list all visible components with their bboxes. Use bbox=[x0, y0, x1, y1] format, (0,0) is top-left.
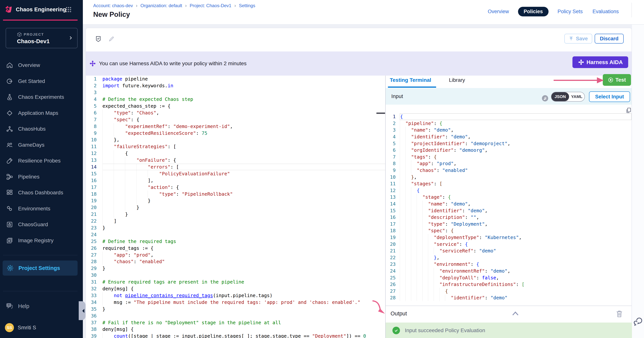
sidebar-item-environments[interactable]: Environments bbox=[0, 201, 83, 217]
input-json-editor[interactable]: 1{2 "pipeline": {3 "name": "demo",4 "ide… bbox=[386, 113, 632, 301]
code-line[interactable]: 35} bbox=[86, 305, 385, 312]
code-line[interactable]: 12 { bbox=[386, 187, 632, 194]
code-line[interactable]: 10 }, bbox=[86, 137, 385, 143]
code-line[interactable]: 30 bbox=[86, 272, 385, 279]
code-line[interactable]: 33 not pipeline_contains_required_tags(i… bbox=[86, 292, 385, 299]
support-chat-icon[interactable] bbox=[633, 316, 643, 326]
code-line[interactable]: 23} bbox=[86, 224, 385, 231]
chevron-up-icon[interactable] bbox=[512, 311, 518, 316]
code-line[interactable]: 23 "environment": { bbox=[386, 261, 632, 268]
code-line[interactable]: 27 { bbox=[386, 288, 632, 294]
select-input-button[interactable]: Select Input bbox=[589, 91, 630, 102]
module-grid-icon[interactable] bbox=[65, 6, 72, 13]
code-line[interactable]: 19 } bbox=[86, 197, 385, 204]
code-line[interactable]: 24 "environmentRef": "demo", bbox=[386, 268, 632, 274]
panel-resize-handle[interactable] bbox=[376, 113, 385, 114]
code-line[interactable]: 19 "deploymentType": "Kubernetes", bbox=[386, 234, 632, 241]
code-line[interactable]: 8 "app": "prod", bbox=[386, 160, 632, 167]
code-line[interactable]: 9 "chaos": "enabled" bbox=[386, 167, 632, 174]
policy-code-editor[interactable]: 1package pipeline2import future.keywords… bbox=[86, 76, 385, 338]
sidebar-item-chaos-dashboards[interactable]: Chaos Dashboards bbox=[0, 185, 83, 201]
code-line[interactable]: 17 "action": { bbox=[86, 184, 385, 191]
code-line[interactable]: 38deny[msg] { bbox=[86, 326, 385, 333]
code-line[interactable]: 4# Define the expected Chaos step bbox=[86, 96, 385, 103]
code-line[interactable]: 11 "failureStrategies": [ bbox=[86, 143, 385, 150]
code-line[interactable]: 20 "service": { bbox=[386, 241, 632, 247]
code-line[interactable]: 21 } bbox=[86, 211, 385, 218]
code-line[interactable]: 2 "pipeline": { bbox=[386, 120, 632, 127]
code-line[interactable]: 21 "serviceRef": "demo" bbox=[386, 247, 632, 254]
trash-icon[interactable] bbox=[616, 310, 623, 318]
code-line[interactable]: 7 "spec": { bbox=[86, 116, 385, 123]
code-line[interactable]: 5 "projectIdentifier": "demoproject", bbox=[386, 140, 632, 147]
code-line[interactable]: 15 "identifier": "demo", bbox=[386, 207, 632, 214]
sidebar-item-chaoshubs[interactable]: ChaosHubs bbox=[0, 121, 83, 137]
sidebar-item-application-maps[interactable]: Application Maps bbox=[0, 105, 83, 121]
code-line[interactable]: 5expected_chaos_step := { bbox=[86, 103, 385, 110]
code-line[interactable]: 25# Define the required tags bbox=[86, 238, 385, 245]
user-menu[interactable]: SS Smriti S bbox=[0, 322, 83, 333]
code-line[interactable]: 9 "expectedResilienceScore": 75 bbox=[86, 130, 385, 137]
code-line[interactable]: 20 } bbox=[86, 204, 385, 211]
discard-button[interactable]: Discard bbox=[595, 34, 624, 44]
format-input-icon[interactable] bbox=[542, 95, 548, 101]
format-toggle[interactable]: JSONYAML bbox=[551, 92, 585, 102]
code-line[interactable]: 36 bbox=[86, 312, 385, 319]
terminal-tab-library[interactable]: Library bbox=[449, 77, 465, 83]
code-line[interactable]: 1{ bbox=[386, 113, 632, 120]
sidebar-item-image-registry[interactable]: Image Registry bbox=[0, 233, 83, 249]
validate-policy-icon[interactable] bbox=[95, 35, 102, 43]
sidebar-collapse-handle[interactable] bbox=[79, 301, 86, 320]
code-line[interactable]: 18 "type": "PipelineRollback" bbox=[86, 191, 385, 197]
code-line[interactable]: 26 "infrastructureDefinitions": [ bbox=[386, 281, 632, 288]
code-line[interactable]: 22 }, bbox=[386, 254, 632, 261]
sidebar-item-resilience-probes[interactable]: Resilience Probes bbox=[0, 153, 83, 169]
sidebar-item-help[interactable]: ? Help bbox=[0, 301, 83, 311]
code-line[interactable]: 29} bbox=[86, 265, 385, 272]
sidebar-item-overview[interactable]: Overview bbox=[0, 57, 83, 73]
copy-icon[interactable] bbox=[626, 107, 632, 114]
code-line[interactable]: 13 "onFailure": { bbox=[86, 157, 385, 164]
code-line[interactable]: 25 "deployToAll": false, bbox=[386, 274, 632, 281]
code-line[interactable]: 16 "description": "", bbox=[386, 214, 632, 221]
format-option-yaml[interactable]: YAML bbox=[569, 92, 584, 101]
code-line[interactable]: 13 "stage": { bbox=[386, 194, 632, 201]
format-option-json[interactable]: JSON bbox=[551, 92, 569, 101]
sidebar-item-project-settings[interactable]: Project Settings bbox=[3, 260, 78, 276]
code-line[interactable]: 24 bbox=[86, 231, 385, 238]
code-line[interactable]: 8 "experimentRef": "demo-experiment-id", bbox=[86, 123, 385, 130]
edit-pencil-icon[interactable] bbox=[108, 35, 114, 43]
code-line[interactable]: 7 "tags": { bbox=[386, 154, 632, 160]
code-line[interactable]: 12 { bbox=[86, 150, 385, 157]
code-line[interactable]: 6 "type": "Chaos", bbox=[86, 109, 385, 116]
code-line[interactable]: 11 "stages": [ bbox=[386, 180, 632, 187]
terminal-tab-testing-terminal[interactable]: Testing Terminal bbox=[390, 77, 431, 83]
tab-policy-sets[interactable]: Policy Sets bbox=[557, 7, 584, 17]
test-button[interactable]: Test bbox=[603, 74, 631, 86]
code-line[interactable]: 4 "identifier": "demo", bbox=[386, 133, 632, 140]
code-line[interactable]: 37# Fail if there is no "Deployment" sta… bbox=[86, 319, 385, 326]
code-line[interactable]: 17 "type": "Deployment", bbox=[386, 221, 632, 227]
code-line[interactable]: 14 "errors": [ bbox=[86, 164, 385, 170]
code-line[interactable]: 2import future.keywords.in bbox=[86, 82, 385, 89]
code-line[interactable]: 22 ] bbox=[86, 218, 385, 224]
tab-overview[interactable]: Overview bbox=[487, 7, 510, 17]
code-line[interactable]: 3 "name": "demo", bbox=[386, 127, 632, 133]
project-selector[interactable]: PROJECT Chaos-Dev1 bbox=[6, 28, 78, 48]
harness-aida-button[interactable]: Harness AIDA bbox=[572, 56, 628, 68]
code-line[interactable]: 14 "name": "demo", bbox=[386, 201, 632, 207]
code-line[interactable]: 27 "app": "prod", bbox=[86, 251, 385, 258]
tab-evaluations[interactable]: Evaluations bbox=[592, 7, 620, 17]
code-line[interactable]: 16 ], bbox=[86, 177, 385, 184]
sidebar-item-chaosguard[interactable]: ChaosGuard bbox=[0, 217, 83, 233]
sidebar-item-get-started[interactable]: Get Started bbox=[0, 73, 83, 89]
breadcrumb-item[interactable]: Project: Chaos-Dev1 bbox=[190, 3, 231, 8]
code-line[interactable]: 32deny[msg] { bbox=[86, 285, 385, 292]
code-line[interactable]: 3 bbox=[86, 89, 385, 96]
sidebar-item-chaos-experiments[interactable]: Chaos Experiments bbox=[0, 89, 83, 105]
save-button[interactable]: Save bbox=[564, 34, 592, 44]
tab-policies[interactable]: Policies bbox=[518, 7, 548, 17]
code-line[interactable]: 18 "spec": { bbox=[386, 227, 632, 234]
breadcrumb-item[interactable]: Account: chaos-dev bbox=[93, 3, 133, 8]
code-line[interactable]: 10 }, bbox=[386, 174, 632, 180]
